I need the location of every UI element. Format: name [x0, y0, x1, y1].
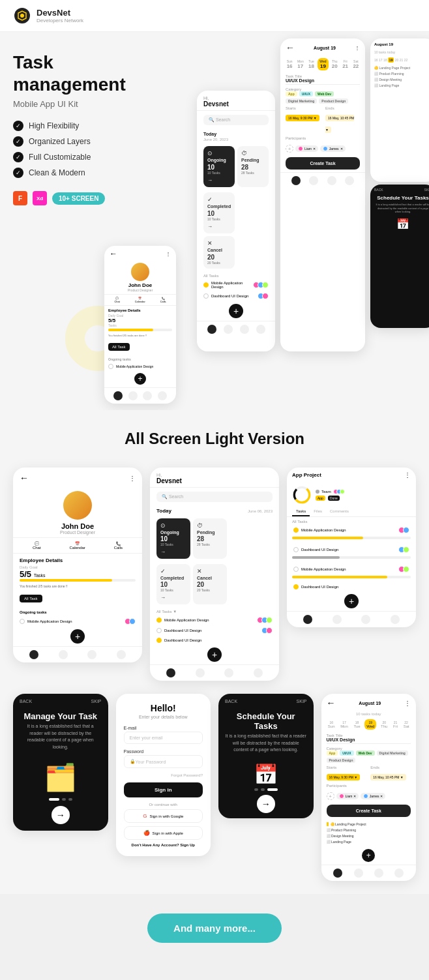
nav-3-p[interactable] — [143, 391, 152, 400]
cta-button[interactable]: And many more... — [147, 913, 282, 943]
proj-options-icon[interactable]: ⋮ — [404, 471, 411, 479]
sign-in-button[interactable]: Sign in — [124, 782, 203, 797]
options-dots-icon[interactable]: ⋮ — [166, 251, 171, 257]
fp-nav-2[interactable] — [59, 650, 68, 659]
add-participant-icon[interactable]: + — [286, 145, 293, 153]
logo-icon — [13, 7, 31, 25]
nav-1[interactable] — [113, 391, 123, 400]
profile-tabs: 💬Chat 📅Calendar 📞Calls — [104, 294, 176, 306]
cal-detail-back-icon[interactable]: ← — [327, 698, 336, 708]
profile-header: ← ⋮ — [104, 246, 176, 261]
cal-detail-options-icon[interactable]: ⋮ — [404, 700, 411, 707]
back-arrow-icon[interactable]: ← — [110, 249, 117, 258]
today-date-main: June 06, 2023 — [248, 509, 273, 513]
nav-home-2[interactable] — [291, 176, 301, 185]
google-sign-in-button[interactable]: G Sign in with Google — [124, 809, 203, 823]
participants-row: + Liam ✕ James ✕ — [280, 143, 365, 155]
sign-up-link[interactable]: Sign Up — [180, 843, 195, 847]
starts-label: Starts — [286, 106, 320, 110]
comments-tab[interactable]: Comments — [326, 507, 353, 516]
fp-calls-tab[interactable]: 📞Calls — [114, 541, 123, 550]
mn-2[interactable] — [196, 668, 205, 677]
cal-back-icon[interactable]: ← — [286, 42, 295, 53]
apple-btn-label: Sign in with Apple — [153, 831, 183, 835]
pending-count-label: 28 Tasks — [241, 171, 265, 175]
dark-manage-body: It is a long established fact that a rea… — [13, 723, 108, 750]
donut-legend: Team App Done — [316, 489, 345, 501]
sm-task-item-4: ⬜ Landing Page — [374, 83, 429, 87]
feature-label-1: High Flexibility — [29, 121, 79, 130]
pn-1[interactable] — [303, 615, 312, 624]
files-tab[interactable]: Files — [310, 507, 326, 516]
feature-item-1: High Flexibility — [13, 121, 156, 131]
mn-3[interactable] — [224, 668, 233, 677]
ongoing-tasks-label: Ongoing tasks — [104, 357, 176, 363]
pn-2[interactable] — [333, 615, 342, 624]
add-task-button[interactable]: + — [229, 304, 243, 318]
nav-heart[interactable] — [224, 325, 233, 334]
nav-4-p[interactable] — [158, 391, 167, 400]
tasks-tab[interactable]: Tasks — [292, 507, 310, 516]
email-label: E-mail — [124, 726, 203, 730]
cal-create-task-btn[interactable]: Create Task — [327, 805, 411, 817]
main-search[interactable]: 🔍 Search — [156, 492, 273, 502]
ongoing-card: ⊙ Ongoing 10 10 Tasks → — [203, 146, 235, 187]
create-task-button[interactable]: Create Task — [286, 157, 360, 170]
main-ongoing-txt: 10 Tasks — [160, 542, 186, 546]
apple-sign-in-button[interactable]: 🍎 Sign in with Apple — [124, 826, 203, 840]
cal-add-participant[interactable]: + — [327, 792, 334, 800]
sm-date-row: 16 17 18 19 20 21 22 — [370, 56, 429, 64]
add-btn-profile[interactable]: + — [134, 373, 146, 385]
fp-nav-1[interactable] — [29, 650, 38, 659]
ongoing-task-dot — [108, 364, 113, 369]
chat-tab[interactable]: 💬Chat — [114, 297, 119, 303]
fp-nav-4[interactable] — [117, 650, 126, 659]
m-av5 — [266, 627, 273, 634]
fp-cal-tab[interactable]: 📅Calendar — [69, 541, 85, 550]
progress-text: You finished 2/5 tasks are done !! — [108, 334, 172, 337]
dark-sched-next-btn[interactable]: → — [257, 795, 275, 813]
main-tr-3: Dashboard UI Design — [150, 636, 279, 645]
password-input[interactable]: 🔒 Your Password — [124, 755, 203, 768]
legend-avatars — [333, 489, 345, 494]
fp-chat-tab[interactable]: 💬Chat — [33, 541, 41, 550]
start-date: 16 May, 9:30 PM ▼ — [286, 115, 319, 121]
fp-add-btn[interactable]: + — [70, 629, 85, 644]
tag-marketing: Digital Marketing — [286, 98, 317, 104]
pn-3[interactable] — [361, 615, 370, 624]
fp-nav-3[interactable] — [87, 650, 96, 659]
main-add-btn[interactable]: + — [207, 647, 222, 662]
pn-4[interactable] — [391, 615, 400, 624]
brand-tagline: Developers Network — [37, 18, 83, 23]
forgot-password-link[interactable]: Forgot Password? — [124, 773, 203, 777]
screen-count-badge: 10+ SCREEN — [52, 192, 105, 205]
fp-tasks-frac: 5/5 Tasks — [20, 569, 136, 579]
dark-next-btn[interactable]: → — [52, 806, 70, 824]
calendar-tab[interactable]: 📅Calendar — [135, 297, 145, 303]
fp-all-task-btn[interactable]: All Task — [20, 595, 42, 602]
cal-add-btn[interactable]: + — [362, 849, 375, 862]
mn-1[interactable] — [166, 668, 175, 677]
fp-options-icon[interactable]: ⋮ — [129, 475, 136, 482]
fp-back-icon[interactable]: ← — [20, 473, 29, 483]
email-input[interactable]: Enter your email — [124, 732, 203, 744]
dark-sched-pagination — [218, 788, 314, 791]
nav-4[interactable] — [345, 176, 354, 185]
tag-product: Product Design — [319, 98, 348, 104]
all-task-btn[interactable]: All Task — [108, 343, 130, 351]
nav-message[interactable] — [240, 325, 249, 334]
mn-4[interactable] — [254, 668, 263, 677]
nav-2[interactable] — [309, 176, 318, 185]
nav-3[interactable] — [327, 176, 336, 185]
nav-profile[interactable] — [256, 325, 265, 334]
options-icon[interactable]: ⋮ — [355, 45, 360, 51]
tag-app: App — [286, 91, 297, 97]
main-ongoing-lbl: Ongoing — [160, 530, 186, 535]
nav-home[interactable] — [207, 325, 216, 334]
main-completed-num: 10 — [160, 581, 186, 588]
proj-add-btn[interactable]: + — [344, 594, 359, 608]
hero-phone-sm-dark: BACK SKIP Schedule Your Tasks It is a lo… — [370, 185, 429, 328]
nav-2-p[interactable] — [128, 391, 138, 400]
calls-tab[interactable]: 📞Calls — [160, 297, 166, 303]
page-dot-2 — [62, 798, 66, 801]
